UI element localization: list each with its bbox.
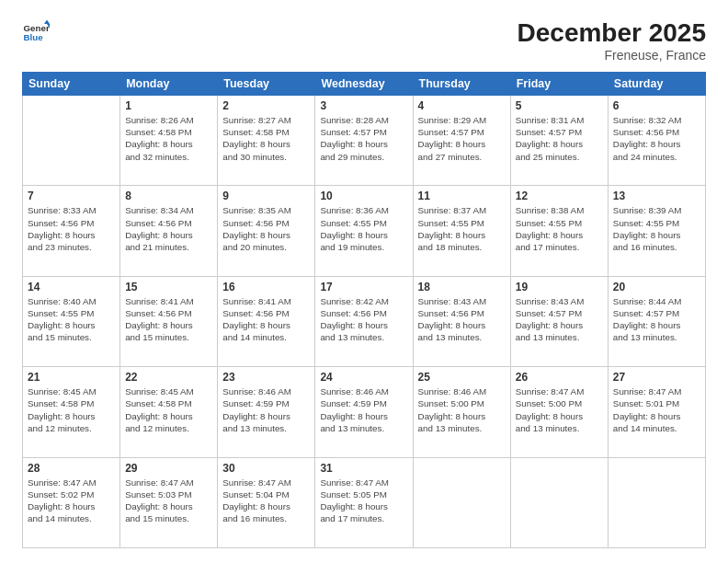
day-info: Sunrise: 8:34 AM Sunset: 4:56 PM Dayligh… xyxy=(125,204,212,253)
day-number: 28 xyxy=(28,462,115,475)
header-wednesday: Wednesday xyxy=(315,73,413,96)
day-info: Sunrise: 8:26 AM Sunset: 4:58 PM Dayligh… xyxy=(125,114,212,163)
table-row: 22Sunrise: 8:45 AM Sunset: 4:58 PM Dayli… xyxy=(120,367,218,457)
header-saturday: Saturday xyxy=(608,73,705,96)
day-info: Sunrise: 8:42 AM Sunset: 4:56 PM Dayligh… xyxy=(320,295,407,344)
day-info: Sunrise: 8:46 AM Sunset: 4:59 PM Dayligh… xyxy=(320,385,407,434)
day-info: Sunrise: 8:45 AM Sunset: 4:58 PM Dayligh… xyxy=(125,385,212,434)
day-info: Sunrise: 8:28 AM Sunset: 4:57 PM Dayligh… xyxy=(320,114,407,163)
day-info: Sunrise: 8:47 AM Sunset: 5:04 PM Dayligh… xyxy=(222,477,310,525)
calendar-week-row: 21Sunrise: 8:45 AM Sunset: 4:58 PM Dayli… xyxy=(23,367,706,457)
day-info: Sunrise: 8:37 AM Sunset: 4:55 PM Dayligh… xyxy=(418,204,506,253)
day-info: Sunrise: 8:47 AM Sunset: 5:01 PM Dayligh… xyxy=(613,385,700,434)
table-row: 18Sunrise: 8:43 AM Sunset: 4:56 PM Dayli… xyxy=(413,276,510,366)
day-number: 14 xyxy=(28,281,115,293)
table-row: 5Sunrise: 8:31 AM Sunset: 4:57 PM Daylig… xyxy=(510,96,608,186)
day-number: 7 xyxy=(28,190,115,202)
day-info: Sunrise: 8:39 AM Sunset: 4:55 PM Dayligh… xyxy=(613,204,700,253)
day-number: 9 xyxy=(222,190,310,202)
day-number: 6 xyxy=(613,99,700,112)
header-friday: Friday xyxy=(510,73,608,96)
table-row xyxy=(413,457,510,547)
day-info: Sunrise: 8:43 AM Sunset: 4:56 PM Dayligh… xyxy=(418,295,506,344)
table-row: 20Sunrise: 8:44 AM Sunset: 4:57 PM Dayli… xyxy=(608,276,705,366)
day-number: 18 xyxy=(418,281,506,293)
calendar-week-row: 1Sunrise: 8:26 AM Sunset: 4:58 PM Daylig… xyxy=(23,96,706,186)
day-number: 21 xyxy=(28,371,115,384)
day-number: 30 xyxy=(222,462,310,475)
table-row xyxy=(23,96,120,186)
calendar-week-row: 28Sunrise: 8:47 AM Sunset: 5:02 PM Dayli… xyxy=(23,457,706,547)
header-thursday: Thursday xyxy=(413,73,510,96)
day-number: 16 xyxy=(222,281,310,293)
day-number: 29 xyxy=(125,462,212,475)
day-info: Sunrise: 8:46 AM Sunset: 4:59 PM Dayligh… xyxy=(222,385,310,434)
day-info: Sunrise: 8:29 AM Sunset: 4:57 PM Dayligh… xyxy=(418,114,506,163)
header-sunday: Sunday xyxy=(23,73,120,96)
day-number: 10 xyxy=(320,190,407,202)
table-row: 7Sunrise: 8:33 AM Sunset: 4:56 PM Daylig… xyxy=(23,186,120,276)
month-title: December 2025 xyxy=(518,18,706,48)
header-tuesday: Tuesday xyxy=(218,73,315,96)
day-number: 13 xyxy=(613,190,700,202)
table-row: 16Sunrise: 8:41 AM Sunset: 4:56 PM Dayli… xyxy=(218,276,315,366)
table-row: 11Sunrise: 8:37 AM Sunset: 4:55 PM Dayli… xyxy=(413,186,510,276)
svg-marker-2 xyxy=(44,20,50,25)
svg-text:Blue: Blue xyxy=(24,32,44,42)
table-row: 23Sunrise: 8:46 AM Sunset: 4:59 PM Dayli… xyxy=(218,367,315,457)
logo-icon: General Blue xyxy=(22,18,50,46)
location: Freneuse, France xyxy=(518,48,706,63)
day-number: 4 xyxy=(418,99,506,112)
table-row: 29Sunrise: 8:47 AM Sunset: 5:03 PM Dayli… xyxy=(120,457,218,547)
table-row xyxy=(510,457,608,547)
day-info: Sunrise: 8:32 AM Sunset: 4:56 PM Dayligh… xyxy=(613,114,700,163)
table-row: 15Sunrise: 8:41 AM Sunset: 4:56 PM Dayli… xyxy=(120,276,218,366)
table-row: 17Sunrise: 8:42 AM Sunset: 4:56 PM Dayli… xyxy=(315,276,413,366)
day-info: Sunrise: 8:45 AM Sunset: 4:58 PM Dayligh… xyxy=(28,385,115,434)
day-number: 12 xyxy=(516,190,603,202)
day-number: 19 xyxy=(516,281,603,293)
day-number: 2 xyxy=(222,99,310,112)
table-row: 24Sunrise: 8:46 AM Sunset: 4:59 PM Dayli… xyxy=(315,367,413,457)
table-row: 10Sunrise: 8:36 AM Sunset: 4:55 PM Dayli… xyxy=(315,186,413,276)
day-info: Sunrise: 8:40 AM Sunset: 4:55 PM Dayligh… xyxy=(28,295,115,344)
table-row: 6Sunrise: 8:32 AM Sunset: 4:56 PM Daylig… xyxy=(608,96,705,186)
table-row: 2Sunrise: 8:27 AM Sunset: 4:58 PM Daylig… xyxy=(218,96,315,186)
days-header-row: Sunday Monday Tuesday Wednesday Thursday… xyxy=(23,73,706,96)
table-row: 14Sunrise: 8:40 AM Sunset: 4:55 PM Dayli… xyxy=(23,276,120,366)
calendar-table: Sunday Monday Tuesday Wednesday Thursday… xyxy=(22,72,706,548)
day-info: Sunrise: 8:33 AM Sunset: 4:56 PM Dayligh… xyxy=(28,204,115,253)
table-row: 1Sunrise: 8:26 AM Sunset: 4:58 PM Daylig… xyxy=(120,96,218,186)
calendar-week-row: 7Sunrise: 8:33 AM Sunset: 4:56 PM Daylig… xyxy=(23,186,706,276)
day-number: 17 xyxy=(320,281,407,293)
table-row xyxy=(608,457,705,547)
day-info: Sunrise: 8:27 AM Sunset: 4:58 PM Dayligh… xyxy=(222,114,310,163)
day-number: 23 xyxy=(222,371,310,384)
day-number: 5 xyxy=(516,99,603,112)
day-info: Sunrise: 8:31 AM Sunset: 4:57 PM Dayligh… xyxy=(516,114,603,163)
day-info: Sunrise: 8:47 AM Sunset: 5:00 PM Dayligh… xyxy=(516,385,603,434)
table-row: 19Sunrise: 8:43 AM Sunset: 4:57 PM Dayli… xyxy=(510,276,608,366)
title-block: December 2025 Freneuse, France xyxy=(518,18,706,63)
day-info: Sunrise: 8:38 AM Sunset: 4:55 PM Dayligh… xyxy=(516,204,603,253)
table-row: 30Sunrise: 8:47 AM Sunset: 5:04 PM Dayli… xyxy=(218,457,315,547)
day-number: 15 xyxy=(125,281,212,293)
table-row: 27Sunrise: 8:47 AM Sunset: 5:01 PM Dayli… xyxy=(608,367,705,457)
day-info: Sunrise: 8:47 AM Sunset: 5:03 PM Dayligh… xyxy=(125,477,212,525)
day-number: 8 xyxy=(125,190,212,202)
day-info: Sunrise: 8:43 AM Sunset: 4:57 PM Dayligh… xyxy=(516,295,603,344)
day-info: Sunrise: 8:41 AM Sunset: 4:56 PM Dayligh… xyxy=(125,295,212,344)
table-row: 13Sunrise: 8:39 AM Sunset: 4:55 PM Dayli… xyxy=(608,186,705,276)
day-info: Sunrise: 8:41 AM Sunset: 4:56 PM Dayligh… xyxy=(222,295,310,344)
day-info: Sunrise: 8:44 AM Sunset: 4:57 PM Dayligh… xyxy=(613,295,700,344)
day-number: 25 xyxy=(418,371,506,384)
day-number: 3 xyxy=(320,99,407,112)
table-row: 9Sunrise: 8:35 AM Sunset: 4:56 PM Daylig… xyxy=(218,186,315,276)
table-row: 28Sunrise: 8:47 AM Sunset: 5:02 PM Dayli… xyxy=(23,457,120,547)
day-number: 27 xyxy=(613,371,700,384)
table-row: 25Sunrise: 8:46 AM Sunset: 5:00 PM Dayli… xyxy=(413,367,510,457)
svg-text:General: General xyxy=(24,23,51,33)
table-row: 21Sunrise: 8:45 AM Sunset: 4:58 PM Dayli… xyxy=(23,367,120,457)
header-monday: Monday xyxy=(120,73,218,96)
table-row: 8Sunrise: 8:34 AM Sunset: 4:56 PM Daylig… xyxy=(120,186,218,276)
